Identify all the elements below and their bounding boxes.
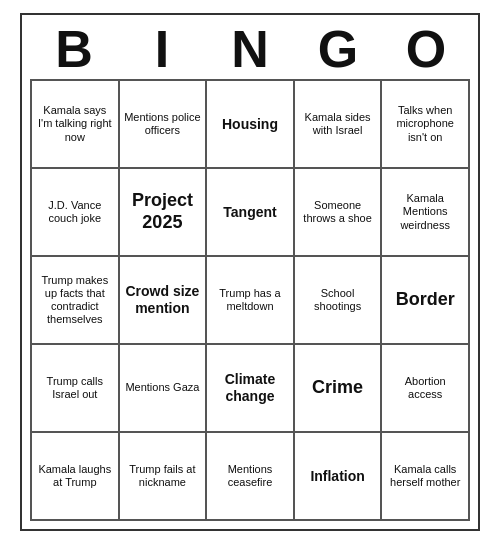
title-letter: O — [384, 23, 468, 75]
title-letter: N — [208, 23, 292, 75]
bingo-cell[interactable]: Trump fails at nickname — [119, 432, 207, 520]
bingo-cell[interactable]: Kamala Mentions weirdness — [381, 168, 469, 256]
bingo-cell[interactable]: Mentions ceasefire — [206, 432, 294, 520]
bingo-cell[interactable]: Kamala calls herself mother — [381, 432, 469, 520]
bingo-cell[interactable]: Talks when microphone isn't on — [381, 80, 469, 168]
bingo-cell[interactable]: Kamala says I'm talking right now — [31, 80, 119, 168]
bingo-cell[interactable]: Housing — [206, 80, 294, 168]
bingo-cell[interactable]: Mentions Gaza — [119, 344, 207, 432]
bingo-cell[interactable]: Abortion access — [381, 344, 469, 432]
title-letter: B — [32, 23, 116, 75]
bingo-cell[interactable]: Inflation — [294, 432, 382, 520]
title-letter: G — [296, 23, 380, 75]
bingo-cell[interactable]: Kamala laughs at Trump — [31, 432, 119, 520]
bingo-cell[interactable]: Climate change — [206, 344, 294, 432]
title-letter: I — [120, 23, 204, 75]
bingo-grid: Kamala says I'm talking right nowMention… — [30, 79, 470, 521]
bingo-cell[interactable]: Mentions police officers — [119, 80, 207, 168]
bingo-cell[interactable]: Crowd size mention — [119, 256, 207, 344]
bingo-cell[interactable]: Trump has a meltdown — [206, 256, 294, 344]
bingo-cell[interactable]: Trump calls Israel out — [31, 344, 119, 432]
bingo-cell[interactable]: Crime — [294, 344, 382, 432]
bingo-title: BINGO — [30, 23, 470, 75]
bingo-card: BINGO Kamala says I'm talking right nowM… — [20, 13, 480, 531]
bingo-cell[interactable]: Someone throws a shoe — [294, 168, 382, 256]
bingo-cell[interactable]: School shootings — [294, 256, 382, 344]
bingo-cell[interactable]: Project 2025 — [119, 168, 207, 256]
bingo-cell[interactable]: Tangent — [206, 168, 294, 256]
bingo-cell[interactable]: Border — [381, 256, 469, 344]
bingo-cell[interactable]: Kamala sides with Israel — [294, 80, 382, 168]
bingo-cell[interactable]: J.D. Vance couch joke — [31, 168, 119, 256]
bingo-cell[interactable]: Trump makes up facts that contradict the… — [31, 256, 119, 344]
